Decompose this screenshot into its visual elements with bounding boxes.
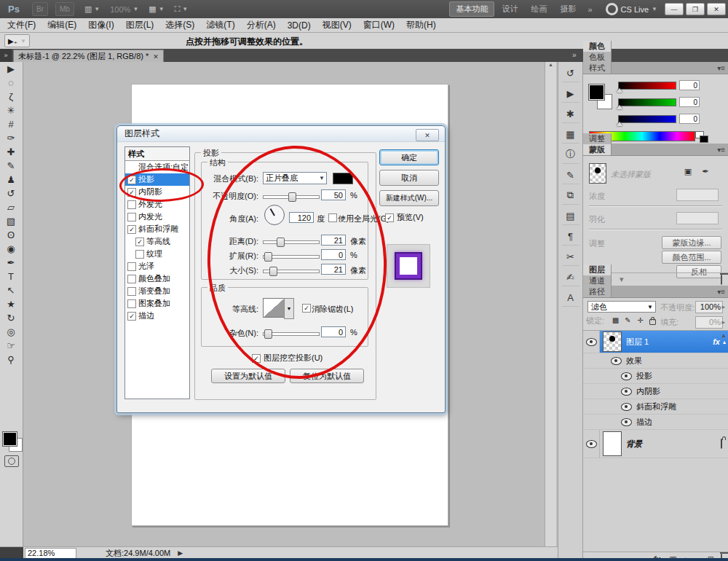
- flyout-arrow-icon[interactable]: ▸: [721, 318, 725, 326]
- mask-apply-icon[interactable]: ▾: [620, 275, 624, 284]
- mini-bridge-button[interactable]: Mb: [55, 2, 74, 16]
- panel-tab[interactable]: 图层: [583, 264, 612, 275]
- new-style-button[interactable]: 新建样式(W)...: [379, 190, 439, 206]
- black-swatch[interactable]: [700, 136, 708, 143]
- status-flyout-arrow[interactable]: ▶: [178, 549, 183, 557]
- workspace-button[interactable]: 基本功能: [449, 1, 494, 17]
- style-checkbox[interactable]: [135, 238, 144, 246]
- panel-tab[interactable]: 颜色: [583, 41, 612, 52]
- menu-item[interactable]: 图层(L): [126, 19, 154, 31]
- menu-item[interactable]: 文件(F): [7, 19, 36, 31]
- document-tab[interactable]: 未标题-1 @ 22.2% (图层 1, RGB/8) * ✕: [13, 50, 164, 63]
- style-checkbox[interactable]: [127, 299, 136, 308]
- eye-icon[interactable]: [586, 338, 597, 346]
- foreground-color-swatch[interactable]: [589, 85, 604, 100]
- effect-row[interactable]: 描边: [583, 415, 728, 430]
- actions-panel-icon[interactable]: ▶: [562, 85, 579, 103]
- green-value-input[interactable]: 0: [679, 97, 700, 107]
- lock-paint-icon[interactable]: ✎: [623, 315, 633, 325]
- notes-panel-icon[interactable]: ✍: [562, 268, 579, 286]
- workspace-button[interactable]: 绘画: [525, 2, 553, 16]
- status-zoom-input[interactable]: 22.18%: [25, 548, 76, 559]
- opacity-value[interactable]: 100%: [695, 301, 723, 313]
- blend-mode-select[interactable]: 滤色▼: [587, 301, 656, 313]
- blur-tool-icon[interactable]: ʘ: [0, 228, 22, 242]
- delete-mask-icon[interactable]: [721, 275, 722, 284]
- layer-row-layer1[interactable]: 图层 1 fx ▴: [583, 331, 728, 353]
- style-list-item[interactable]: 等高线: [125, 235, 189, 248]
- restore-button[interactable]: ❐: [686, 3, 705, 15]
- zoom-tool-icon[interactable]: ⚲: [0, 353, 22, 366]
- layer-thumbnail[interactable]: [603, 431, 622, 456]
- close-button[interactable]: ✕: [707, 3, 726, 15]
- eye-icon[interactable]: [586, 440, 597, 448]
- lock-transparency-icon[interactable]: ▩: [611, 315, 620, 325]
- layer-row-background[interactable]: 背景: [583, 430, 728, 458]
- panel-menu-icon[interactable]: ▾≡: [717, 288, 725, 296]
- style-list-item[interactable]: 渐变叠加: [125, 285, 189, 297]
- blue-slider-thumb[interactable]: [617, 122, 622, 126]
- rotate-3d-tool-icon[interactable]: ↻: [0, 311, 22, 325]
- panel-collapse-icon[interactable]: »: [0, 49, 12, 62]
- eye-icon[interactable]: [621, 372, 632, 380]
- cancel-button[interactable]: 取消: [379, 170, 439, 186]
- eye-icon[interactable]: [611, 357, 622, 365]
- red-value-input[interactable]: 0: [679, 80, 700, 90]
- layer-name[interactable]: 图层 1: [626, 337, 649, 348]
- brush-tool-icon[interactable]: ✎: [0, 159, 22, 173]
- hand-tool-icon[interactable]: ☞: [0, 339, 22, 353]
- dock-collapse-icon[interactable]: »: [572, 51, 577, 59]
- workspace-overflow-button[interactable]: »: [582, 4, 598, 15]
- clone-source-panel-icon[interactable]: ⧉: [562, 187, 579, 205]
- view-extras-button[interactable]: ▥▼: [84, 4, 100, 14]
- visibility-cell[interactable]: [583, 331, 600, 353]
- style-checkbox[interactable]: [127, 200, 136, 209]
- effect-row[interactable]: 投影: [583, 369, 728, 384]
- history-panel-icon[interactable]: ↺: [562, 64, 579, 82]
- workspace-button[interactable]: 设计: [496, 2, 523, 16]
- crop-tool-icon[interactable]: #: [0, 117, 22, 131]
- canvas-vertical-scrollbar[interactable]: ▲: [545, 62, 556, 546]
- lock-move-icon[interactable]: ✛: [636, 315, 645, 325]
- adjustments-panel-icon[interactable]: ✱: [562, 105, 579, 123]
- quick-mask-button[interactable]: [4, 455, 19, 467]
- move-tool-icon[interactable]: ▶: [0, 62, 22, 76]
- screen-mode-button[interactable]: ⛶▼: [175, 4, 189, 14]
- path-selection-tool-icon[interactable]: ↖: [0, 283, 22, 297]
- style-checkbox[interactable]: [135, 250, 144, 259]
- style-list-item[interactable]: 图案叠加: [125, 297, 189, 310]
- menu-item[interactable]: 编辑(E): [47, 19, 76, 31]
- panel-tab[interactable]: 样式: [583, 63, 612, 74]
- dialog-close-button[interactable]: ✕: [416, 129, 439, 141]
- menu-item[interactable]: 3D(D): [288, 20, 311, 31]
- blue-value-input[interactable]: 0: [679, 114, 700, 124]
- green-slider-thumb[interactable]: [617, 105, 622, 109]
- panel-tab[interactable]: 蒙版: [583, 144, 612, 155]
- histogram-panel-icon[interactable]: ▦: [562, 125, 579, 144]
- healing-brush-tool-icon[interactable]: ✚: [0, 145, 22, 159]
- style-list-item[interactable]: 颜色叠加: [125, 272, 189, 285]
- style-checkbox[interactable]: [127, 287, 136, 296]
- clone-stamp-tool-icon[interactable]: ♟: [0, 173, 22, 187]
- visibility-cell[interactable]: [583, 430, 600, 458]
- style-checkbox[interactable]: [127, 262, 136, 271]
- brush-panel-icon[interactable]: ✎: [562, 166, 579, 184]
- mask-edge-button[interactable]: 蒙版边缘...: [662, 236, 721, 249]
- color-range-button[interactable]: 颜色范围...: [662, 251, 721, 264]
- menu-item[interactable]: 选择(S): [165, 19, 194, 31]
- eye-icon[interactable]: [621, 403, 632, 411]
- eraser-tool-icon[interactable]: ▱: [0, 200, 22, 214]
- menu-item[interactable]: 窗口(W): [363, 19, 395, 31]
- eyedropper-tool-icon[interactable]: ✑: [0, 131, 22, 145]
- flyout-arrow-icon[interactable]: ▸: [721, 303, 725, 310]
- minimize-button[interactable]: —: [665, 3, 684, 15]
- panel-tab[interactable]: 路径: [583, 286, 612, 297]
- effects-header-row[interactable]: 效果: [583, 353, 728, 369]
- style-list-item[interactable]: 纹理: [125, 248, 189, 260]
- lasso-tool-icon[interactable]: ζ: [0, 90, 22, 103]
- panel-tab[interactable]: 色板: [583, 52, 612, 63]
- eye-icon[interactable]: [621, 418, 632, 426]
- layer-comps-panel-icon[interactable]: ▤: [562, 207, 579, 225]
- style-checkbox[interactable]: [127, 312, 136, 321]
- add-pixel-mask-icon[interactable]: ▣: [682, 166, 694, 176]
